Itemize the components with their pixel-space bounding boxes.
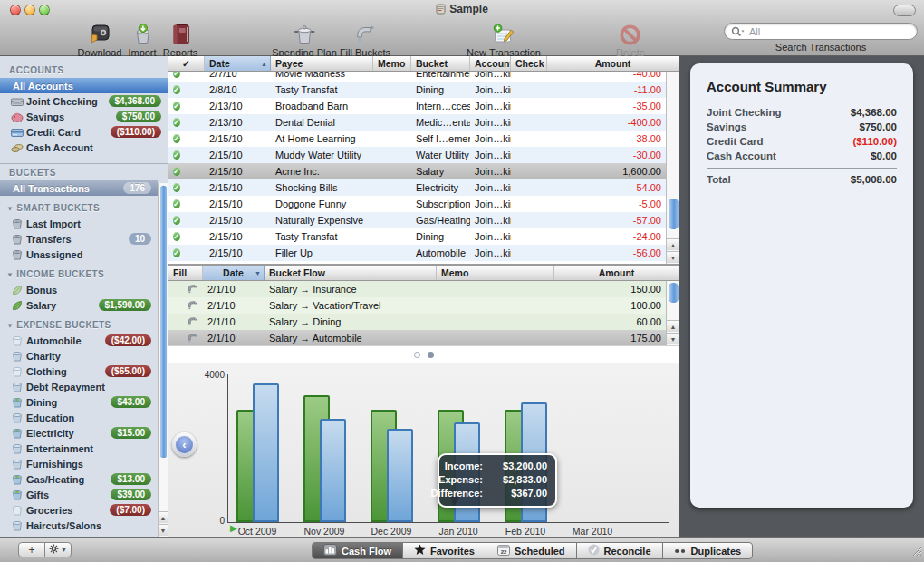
transaction-row[interactable]: ✓2/13/10Broadband BarnIntern…ccessJoin…k… [168, 98, 666, 114]
sidebar-item-unassigned[interactable]: Unassigned [0, 247, 158, 262]
toolbar-toggle-button[interactable] [893, 5, 916, 16]
money-flow-row[interactable]: 2/1/10Salary → Vacation/Travel100.00 [168, 297, 666, 314]
toolbar-button-download[interactable]: Download [78, 23, 122, 58]
sidebar-item-last-import[interactable]: Last Import [0, 216, 158, 231]
bar-expense-nov-2009[interactable] [320, 419, 346, 522]
toolbar-button-delete: Delete [616, 23, 645, 58]
summary-label: Savings [707, 120, 746, 134]
transaction-row[interactable]: ✓2/15/10Naturally ExpensiveGas/HeatingJo… [168, 212, 666, 228]
resize-grip[interactable] [911, 544, 922, 560]
cell-bucket: Medic…ental [411, 117, 470, 128]
fill-icon [187, 334, 198, 345]
search-icon[interactable] [731, 26, 746, 37]
sidebar-item-gas-heating[interactable]: Gas/Heating$13.00 [0, 471, 158, 487]
column-header-memo[interactable]: Memo [437, 266, 554, 280]
sidebar-item-joint-checking[interactable]: Joint Checking$4,368.00 [0, 93, 168, 109]
sidebar-scroll-up-arrow[interactable]: ▲ [159, 511, 168, 523]
money-flow-row[interactable]: 2/1/10Salary → Dining60.00 [168, 314, 666, 330]
transactions-scroll-up-arrow[interactable]: ▲ [667, 238, 679, 250]
tab-scheduled[interactable]: 22Scheduled [486, 542, 577, 559]
fills-scroll-down-arrow[interactable]: ▼ [667, 333, 679, 344]
money-flow-row[interactable]: 2/1/10Salary → Insurance150.00 [168, 281, 666, 297]
add-bucket-button[interactable]: + [18, 542, 45, 557]
bucket-group-header-smart-buckets[interactable]: ▼SMART BUCKETS [0, 201, 158, 216]
transactions-scrollbar-thumb[interactable] [669, 199, 679, 229]
sidebar-item-salary[interactable]: Salary$1,590.00 [0, 297, 158, 313]
transaction-row[interactable]: ✓2/8/10Tasty TransfatDiningJoin…king-11.… [168, 82, 666, 98]
transaction-row[interactable]: ✓2/15/10Doggone FunnySubscriptionsJoin…k… [168, 196, 666, 212]
column-header-amount[interactable]: Amount [547, 56, 679, 71]
sidebar-item-all-accounts[interactable]: All Accounts [0, 78, 168, 93]
column-header-bucket[interactable]: Bucket [411, 56, 470, 71]
bucket-group-header-expense-buckets[interactable]: ▼EXPENSE BUCKETS [0, 318, 158, 333]
money-flow-row[interactable]: 2/1/10Salary → Automobile175.00 [168, 330, 666, 345]
sidebar-item-groceries[interactable]: Groceries($7.00) [0, 502, 158, 518]
search-label: Search Transactions [724, 42, 918, 53]
column-header-date[interactable]: Date▼ [203, 266, 265, 280]
tab-cash-flow[interactable]: Cash Flow [312, 542, 403, 559]
pager-dot-2[interactable] [428, 352, 434, 358]
sidebar-item-transfers[interactable]: Transfers10 [0, 231, 158, 247]
bar-expense-dec-2009[interactable] [387, 429, 413, 522]
tab-reconcile[interactable]: Reconcile [576, 542, 663, 559]
transaction-row[interactable]: ✓2/15/10Tasty TransfatDiningJoin…king-24… [168, 228, 666, 245]
bucket-group-header-income-buckets[interactable]: ▼INCOME BUCKETS [0, 267, 158, 282]
column-header-account[interactable]: Account [470, 56, 511, 71]
bucket-full-icon [11, 489, 26, 501]
sidebar-item-automobile[interactable]: Automobile($42.00) [0, 333, 158, 348]
toolbar-button-new-transaction[interactable]: New Transaction [467, 23, 541, 58]
sidebar-item-debt-repayment[interactable]: Debt Repayment [0, 379, 158, 394]
bar-expense-oct-2009[interactable] [253, 383, 279, 522]
action-gear-button[interactable]: ▼ [44, 542, 72, 557]
sidebar-item-haircuts-salons[interactable]: Haircuts/Salons [0, 518, 158, 533]
tab-duplicates[interactable]: Duplicates [662, 542, 754, 559]
column-header-check[interactable]: Check [511, 56, 547, 71]
transaction-row[interactable]: ✓2/15/10Muddy Water UtilityWater Utility… [168, 147, 666, 163]
sidebar-item-furnishings[interactable]: Furnishings [0, 456, 158, 471]
column-header-check[interactable]: ✓ [168, 56, 205, 71]
fills-scroll-up-arrow[interactable]: ▲ [667, 320, 679, 332]
transaction-row[interactable]: ✓2/13/10Dental DenialMedic…entalJoin…kin… [168, 114, 666, 131]
bucket-empty-icon [11, 365, 26, 378]
summary-value: ($110.00) [852, 134, 897, 149]
sidebar-item-electricity[interactable]: Electricity$15.00 [0, 425, 158, 441]
transaction-row[interactable]: ✓2/15/10Filler UpAutomobileJoin…king-56.… [168, 245, 666, 261]
toolbar-button-spending-plan[interactable]: Spending Plan [272, 23, 337, 58]
transactions-scroll-down-arrow[interactable]: ▼ [667, 251, 679, 263]
sidebar-item-bonus[interactable]: Bonus [0, 282, 158, 297]
sidebar-item-dining[interactable]: Dining$43.00 [0, 394, 158, 410]
sidebar-item-charity[interactable]: Charity [0, 348, 158, 363]
account-balance-badge: $750.00 [116, 111, 161, 122]
sidebar-scroll-down-arrow[interactable]: ▼ [159, 524, 168, 536]
sidebar-item-gifts[interactable]: Gifts$39.00 [0, 487, 158, 502]
transaction-row[interactable]: ✓2/15/10Shocking BillsElectricityJoin…ki… [168, 179, 666, 196]
column-header-memo[interactable]: Memo [373, 56, 411, 71]
toolbar-button-fill-buckets[interactable]: Fill Buckets [340, 23, 390, 58]
search-input[interactable]: All [724, 23, 918, 40]
sidebar-item-cash-account[interactable]: Cash Account [0, 140, 168, 155]
column-header-amount[interactable]: Amount [554, 266, 679, 280]
sidebar-item-all-transactions[interactable]: All Transactions176 [0, 180, 158, 196]
column-header-fill[interactable]: Fill [168, 266, 203, 280]
pager-dot-1[interactable] [414, 352, 420, 358]
sidebar-item-education[interactable]: Education [0, 410, 158, 425]
sidebar-item-clothing[interactable]: Clothing($65.00) [0, 363, 158, 379]
chart-play-icon[interactable]: ▶ [230, 523, 237, 533]
column-header-label: Fill [173, 267, 187, 278]
column-header-payee[interactable]: Payee [271, 56, 373, 71]
sidebar-scrollbar-thumb[interactable] [160, 186, 167, 458]
column-header-bucket-flow[interactable]: Bucket Flow [265, 266, 437, 280]
transaction-row[interactable]: ✓2/7/10Movie MadnessEntertainmentJoin…ki… [168, 72, 666, 82]
toolbar-button-reports[interactable]: Reports [163, 23, 198, 58]
sidebar-item-entertainment[interactable]: Entertainment [0, 441, 158, 456]
sidebar-item-credit-card[interactable]: Credit Card($110.00) [0, 124, 168, 140]
transaction-row[interactable]: ✓2/15/10Acme Inc.SalaryJoin…king1,600.00 [168, 163, 666, 179]
toolbar-button-import[interactable]: Import [128, 23, 156, 58]
column-header-date[interactable]: Date▲ [205, 56, 271, 71]
sidebar-item-savings[interactable]: Savings$750.00 [0, 109, 168, 124]
cash-flow-chart: Oct 2009Nov 2009Dec 2009Jan 2010Feb 2010… [168, 363, 679, 537]
tab-favorites[interactable]: Favorites [402, 542, 486, 559]
chart-back-button[interactable]: ‹ [172, 432, 197, 457]
transaction-row[interactable]: ✓2/15/10At Home LearningSelf I…ementJoin… [168, 131, 666, 147]
fills-scrollbar-thumb[interactable] [669, 283, 679, 303]
